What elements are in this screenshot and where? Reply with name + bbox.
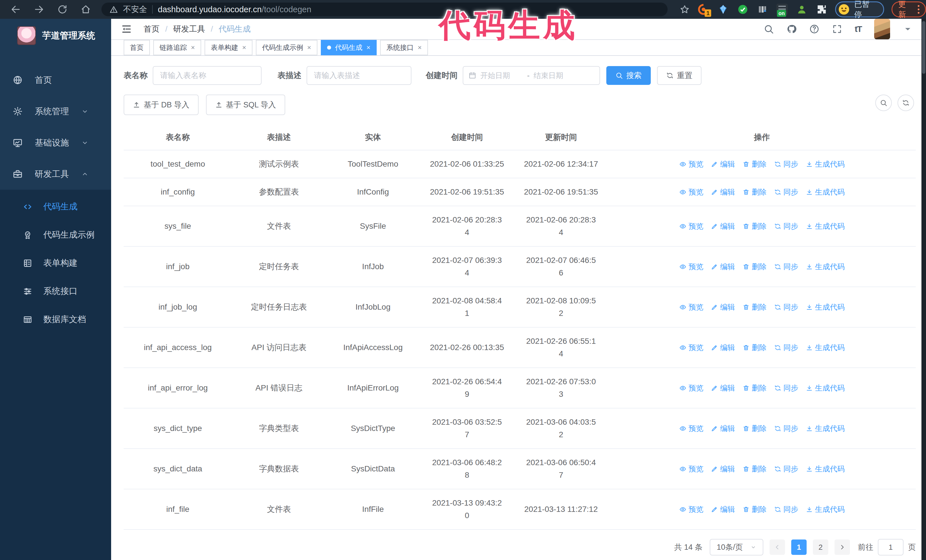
action-delete-link[interactable]: 删除 xyxy=(743,158,767,171)
help-icon[interactable] xyxy=(809,24,819,34)
next-page-button[interactable] xyxy=(835,539,850,555)
page-size-select[interactable]: 10条/页 xyxy=(710,539,763,555)
date-end-input[interactable] xyxy=(534,71,576,80)
tab-3[interactable]: 代码生成示例× xyxy=(256,40,318,55)
action-delete-link[interactable]: 删除 xyxy=(743,220,767,232)
sidebar-subitem-3[interactable]: 系统接口 xyxy=(0,277,111,305)
date-start-input[interactable] xyxy=(480,71,523,80)
action-edit-link[interactable]: 编辑 xyxy=(711,186,735,198)
action-delete-link[interactable]: 删除 xyxy=(743,503,767,516)
action-generate-link[interactable]: 生成代码 xyxy=(806,463,845,475)
github-icon[interactable] xyxy=(787,24,797,34)
action-generate-link[interactable]: 生成代码 xyxy=(806,186,845,198)
page-button-1[interactable]: 1 xyxy=(791,539,806,555)
search-button[interactable]: 搜索 xyxy=(606,66,651,85)
action-preview-link[interactable]: 预览 xyxy=(679,301,704,313)
header-search-icon[interactable] xyxy=(764,24,774,34)
action-preview-link[interactable]: 预览 xyxy=(679,503,704,516)
action-delete-link[interactable]: 删除 xyxy=(743,186,767,198)
action-sync-link[interactable]: 同步 xyxy=(774,422,798,435)
breadcrumb-item-1[interactable]: 研发工具 xyxy=(173,24,205,35)
action-sync-link[interactable]: 同步 xyxy=(774,382,798,394)
extension-green-check-icon[interactable] xyxy=(737,3,749,16)
action-edit-link[interactable]: 编辑 xyxy=(711,463,735,475)
action-sync-link[interactable]: 同步 xyxy=(774,341,798,354)
action-edit-link[interactable]: 编辑 xyxy=(711,220,735,232)
action-delete-link[interactable]: 删除 xyxy=(743,301,767,313)
action-preview-link[interactable]: 预览 xyxy=(679,341,704,354)
action-delete-link[interactable]: 删除 xyxy=(743,463,767,475)
action-generate-link[interactable]: 生成代码 xyxy=(806,158,845,171)
action-edit-link[interactable]: 编辑 xyxy=(711,158,735,171)
date-range-picker[interactable]: - xyxy=(463,66,600,85)
prev-page-button[interactable] xyxy=(770,539,785,555)
avatar-caret-icon[interactable] xyxy=(903,24,913,34)
action-sync-link[interactable]: 同步 xyxy=(774,301,798,313)
sidebar-item-2[interactable]: 基础设施 xyxy=(0,127,111,158)
tab-close-icon[interactable]: × xyxy=(307,44,311,51)
sidebar-item-1[interactable]: 系统管理 xyxy=(0,96,111,127)
action-edit-link[interactable]: 编辑 xyxy=(711,503,735,516)
action-generate-link[interactable]: 生成代码 xyxy=(806,503,845,516)
action-edit-link[interactable]: 编辑 xyxy=(711,422,735,435)
action-sync-link[interactable]: 同步 xyxy=(774,503,798,516)
sidebar-subitem-1[interactable]: 代码生成示例 xyxy=(0,221,111,249)
user-avatar[interactable] xyxy=(874,19,890,39)
sidebar-item-3[interactable]: 研发工具 xyxy=(0,158,111,190)
action-edit-link[interactable]: 编辑 xyxy=(711,260,735,273)
action-generate-link[interactable]: 生成代码 xyxy=(806,422,845,435)
table-desc-input[interactable] xyxy=(307,66,412,85)
tab-close-icon[interactable]: × xyxy=(418,44,422,51)
sidebar-item-0[interactable]: 首页 xyxy=(0,64,111,96)
action-edit-link[interactable]: 编辑 xyxy=(711,301,735,313)
address-bar[interactable]: 不安全 dashboard.yudao.iocoder.cn/tool/code… xyxy=(101,3,667,16)
action-sync-link[interactable]: 同步 xyxy=(774,463,798,475)
action-preview-link[interactable]: 预览 xyxy=(679,186,704,198)
bookmark-star-icon[interactable] xyxy=(679,4,690,15)
browser-profile-chip[interactable]: 已暂停 xyxy=(835,2,884,17)
forward-icon[interactable] xyxy=(33,4,44,15)
goto-input[interactable] xyxy=(878,539,903,555)
table-name-input[interactable] xyxy=(153,66,262,85)
action-preview-link[interactable]: 预览 xyxy=(679,260,704,273)
action-sync-link[interactable]: 同步 xyxy=(774,186,798,198)
scrollbar-thumb[interactable] xyxy=(922,21,925,74)
extension-person-icon[interactable] xyxy=(796,3,808,16)
action-sync-link[interactable]: 同步 xyxy=(774,220,798,232)
sidebar-subitem-0[interactable]: 代码生成 xyxy=(0,193,111,221)
back-icon[interactable] xyxy=(10,4,21,15)
font-size-icon[interactable]: tT xyxy=(855,24,862,34)
action-delete-link[interactable]: 删除 xyxy=(743,422,767,435)
extension-columns-icon[interactable] xyxy=(757,3,769,16)
import-db-button[interactable]: 基于 DB 导入 xyxy=(124,95,198,115)
action-generate-link[interactable]: 生成代码 xyxy=(806,220,845,232)
breadcrumb-item-0[interactable]: 首页 xyxy=(144,24,160,35)
reset-button[interactable]: 重置 xyxy=(657,66,702,85)
action-generate-link[interactable]: 生成代码 xyxy=(806,382,845,394)
tab-close-icon[interactable]: × xyxy=(242,44,246,51)
toggle-search-button[interactable] xyxy=(875,95,892,111)
extensions-puzzle-icon[interactable] xyxy=(816,3,828,16)
action-preview-link[interactable]: 预览 xyxy=(679,463,704,475)
action-sync-link[interactable]: 同步 xyxy=(774,260,798,273)
tab-2[interactable]: 表单构建× xyxy=(204,40,253,55)
tab-4[interactable]: 代码生成× xyxy=(321,40,377,55)
tab-close-icon[interactable]: × xyxy=(366,44,371,51)
fullscreen-icon[interactable] xyxy=(832,24,842,34)
extension-on-icon[interactable]: on xyxy=(776,3,788,16)
tab-1[interactable]: 链路追踪× xyxy=(153,40,201,55)
reload-icon[interactable] xyxy=(57,4,68,15)
extension-gem-icon[interactable] xyxy=(717,3,729,16)
page-button-2[interactable]: 2 xyxy=(813,539,828,555)
sidebar-subitem-4[interactable]: 数据库文档 xyxy=(0,305,111,334)
home-icon[interactable] xyxy=(80,4,91,15)
action-delete-link[interactable]: 删除 xyxy=(743,260,767,273)
tab-0[interactable]: 首页 xyxy=(124,40,150,55)
page-scrollbar[interactable] xyxy=(921,19,926,560)
extension-orange-icon[interactable]: 1 xyxy=(697,3,710,16)
action-edit-link[interactable]: 编辑 xyxy=(711,382,735,394)
action-preview-link[interactable]: 预览 xyxy=(679,382,704,394)
tab-close-icon[interactable]: × xyxy=(191,44,195,51)
action-preview-link[interactable]: 预览 xyxy=(679,422,704,435)
sidebar-subitem-2[interactable]: 表单构建 xyxy=(0,249,111,277)
